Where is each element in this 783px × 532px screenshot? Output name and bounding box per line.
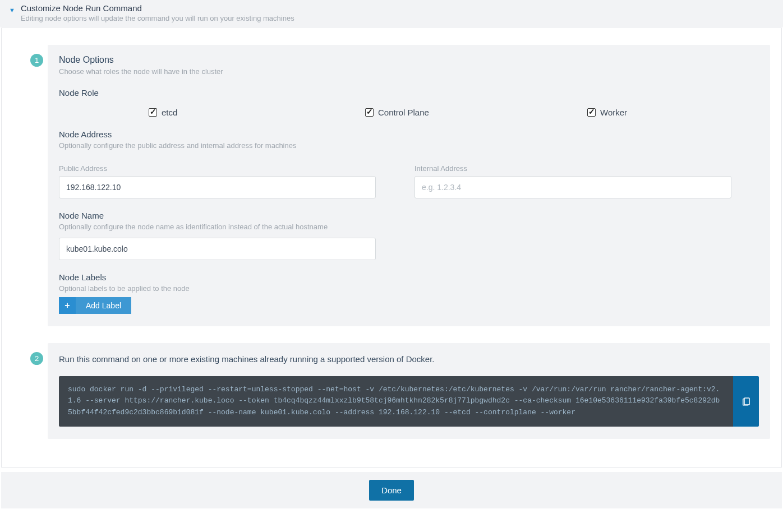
step-1-badge: 1	[30, 54, 43, 67]
node-role-label: Node Role	[59, 88, 759, 98]
node-name-label: Node Name	[59, 211, 759, 220]
role-control-plane-label: Control Plane	[378, 108, 429, 117]
command-wrap: sudo docker run -d --privileged --restar…	[59, 376, 759, 427]
role-etcd[interactable]: etcd	[70, 108, 309, 117]
node-labels-label: Node Labels	[59, 272, 759, 282]
roles-row: etcd Control Plane Worker	[59, 108, 759, 117]
plus-icon: +	[59, 297, 76, 314]
collapse-title: Customize Node Run Command	[21, 3, 774, 13]
node-address-sublabel: Optionally configure the public address …	[59, 141, 759, 150]
node-name-input-wrap	[59, 238, 759, 260]
role-worker[interactable]: Worker	[526, 108, 748, 117]
step-1-subtitle: Choose what roles the node will have in …	[59, 67, 759, 76]
public-address-col: Public Address	[59, 154, 403, 198]
role-control-plane[interactable]: Control Plane	[309, 108, 526, 117]
checkbox-icon[interactable]	[587, 108, 596, 117]
collapse-header[interactable]: ▼ Customize Node Run Command Editing nod…	[0, 0, 783, 28]
step-2-badge: 2	[30, 352, 43, 365]
node-name-sublabel: Optionally configure the node name as id…	[59, 223, 759, 231]
role-worker-label: Worker	[600, 108, 627, 117]
node-address-label: Node Address	[59, 129, 759, 139]
role-etcd-label: etcd	[162, 108, 177, 117]
internal-address-input[interactable]	[414, 176, 731, 198]
step-2-intro: Run this command on one or more existing…	[59, 353, 759, 366]
internal-address-label: Internal Address	[414, 164, 759, 173]
address-row: Public Address Internal Address	[59, 154, 759, 198]
step-1-block: 1 Node Options Choose what roles the nod…	[48, 45, 770, 326]
caret-down-icon: ▼	[9, 7, 15, 13]
checkbox-icon[interactable]	[149, 108, 157, 117]
public-address-label: Public Address	[59, 164, 403, 173]
public-address-input[interactable]	[59, 176, 376, 198]
command-output[interactable]: sudo docker run -d --privileged --restar…	[59, 376, 733, 427]
main-panel: 1 Node Options Choose what roles the nod…	[1, 28, 782, 468]
footer: Done	[1, 472, 782, 508]
collapse-titles: Customize Node Run Command Editing node …	[21, 3, 774, 22]
add-label-button[interactable]: + Add Label	[59, 297, 131, 314]
clipboard-icon	[741, 396, 751, 406]
checkbox-icon[interactable]	[365, 108, 374, 117]
done-button[interactable]: Done	[369, 480, 414, 501]
copy-button[interactable]	[733, 376, 759, 427]
step-1-title: Node Options	[59, 55, 759, 65]
step-2-block: 2 Run this command on one or more existi…	[48, 343, 770, 439]
internal-address-col: Internal Address	[414, 154, 759, 198]
add-label-button-text: Add Label	[76, 301, 131, 310]
node-name-input[interactable]	[59, 238, 376, 260]
svg-rect-0	[744, 398, 749, 405]
node-labels-sublabel: Optional labels to be applied to the nod…	[59, 284, 759, 293]
collapse-subtitle: Editing node options will update the com…	[21, 14, 774, 22]
